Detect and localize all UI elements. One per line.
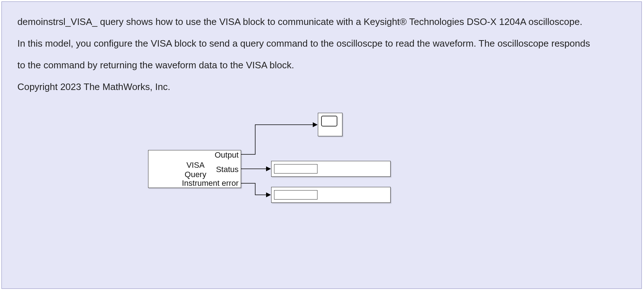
scope-screen-icon [321, 116, 337, 127]
status-display-field [274, 164, 317, 174]
error-display-block[interactable] [271, 187, 391, 203]
visa-query-block[interactable]: VISA Query Output Status Instrument erro… [148, 150, 241, 188]
port-error-label: Instrument error [166, 179, 239, 188]
port-status-label: Status [199, 165, 239, 174]
status-display-block[interactable] [271, 161, 391, 177]
model-description: demoinstrsl_VISA_ query shows how to use… [7, 5, 590, 103]
model-canvas[interactable]: demoinstrsl_VISA_ query shows how to use… [1, 1, 642, 289]
desc-line-1: demoinstrsl_VISA_ query shows how to use… [17, 16, 582, 27]
scope-block[interactable] [318, 113, 342, 136]
desc-line-3: to the command by returning the waveform… [17, 60, 294, 70]
desc-copyright: Copyright 2023 The MathWorks, Inc. [17, 81, 170, 92]
desc-line-2: In this model, you configure the VISA bl… [17, 38, 590, 49]
error-display-field [274, 190, 317, 200]
port-output-label: Output [199, 150, 239, 160]
